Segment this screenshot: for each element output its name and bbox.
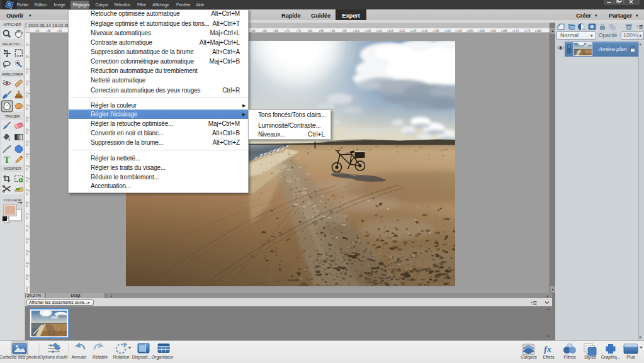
svg-text:5: 5: [26, 83, 28, 86]
svg-text:30: 30: [59, 30, 62, 33]
svg-text:5: 5: [26, 277, 28, 281]
svg-text:170: 170: [514, 30, 519, 33]
svg-text:0: 0: [26, 265, 28, 268]
svg-text:40: 40: [36, 30, 40, 33]
svg-text:145: 145: [457, 30, 462, 33]
svg-text:165: 165: [502, 30, 507, 33]
svg-text:130: 130: [423, 30, 428, 33]
svg-text:125: 125: [411, 30, 416, 33]
svg-text:5: 5: [26, 156, 28, 159]
svg-text:0: 0: [26, 143, 28, 147]
svg-text:35: 35: [47, 30, 51, 33]
svg-text:0: 0: [26, 95, 28, 98]
svg-text:5: 5: [26, 253, 28, 256]
svg-text:120: 120: [400, 30, 405, 33]
svg-text:150: 150: [468, 30, 473, 33]
svg-text:5: 5: [26, 108, 28, 111]
svg-text:AMELIORER: AMELIORER: [2, 72, 23, 76]
svg-text:100: 100: [354, 30, 359, 33]
svg-text:115: 115: [388, 30, 393, 33]
svg-text:80: 80: [309, 30, 313, 33]
svg-text:95: 95: [343, 30, 347, 33]
svg-text:70: 70: [286, 30, 290, 33]
svg-text:5: 5: [26, 180, 28, 183]
svg-text:MODIFIER: MODIFIER: [4, 167, 22, 170]
svg-text:110: 110: [377, 30, 382, 33]
svg-text:fx: fx: [544, 344, 551, 354]
svg-text:180: 180: [536, 30, 541, 33]
svg-text:55: 55: [252, 30, 256, 33]
svg-text:175: 175: [525, 30, 530, 33]
svg-text:COULEUR: COULEUR: [4, 198, 22, 202]
svg-text:5: 5: [26, 204, 28, 208]
svg-text:0: 0: [26, 216, 28, 220]
svg-text:60: 60: [264, 30, 268, 33]
svg-text:160: 160: [491, 30, 496, 33]
svg-text:0: 0: [26, 241, 28, 244]
svg-text:5: 5: [26, 55, 28, 59]
svg-text:90: 90: [332, 30, 336, 33]
svg-text:0: 0: [26, 193, 28, 196]
svg-text:65: 65: [275, 30, 279, 33]
svg-text:T: T: [4, 155, 10, 165]
svg-text:75: 75: [298, 30, 302, 33]
svg-text:85: 85: [320, 30, 324, 33]
svg-text:105: 105: [366, 30, 371, 33]
svg-text:0: 0: [26, 168, 28, 171]
svg-text:140: 140: [446, 30, 451, 33]
svg-text:135: 135: [434, 30, 439, 33]
svg-text:0: 0: [26, 43, 28, 47]
svg-text:5: 5: [26, 131, 28, 135]
svg-text:5: 5: [26, 229, 28, 232]
svg-text:AFFICHER: AFFICHER: [3, 23, 21, 26]
svg-text:155: 155: [480, 30, 485, 33]
svg-text:0: 0: [26, 71, 28, 74]
svg-text:TRACER: TRACER: [5, 114, 20, 118]
svg-text:0: 0: [26, 120, 28, 123]
svg-text:SELECTIO...: SELECTIO...: [2, 42, 23, 46]
